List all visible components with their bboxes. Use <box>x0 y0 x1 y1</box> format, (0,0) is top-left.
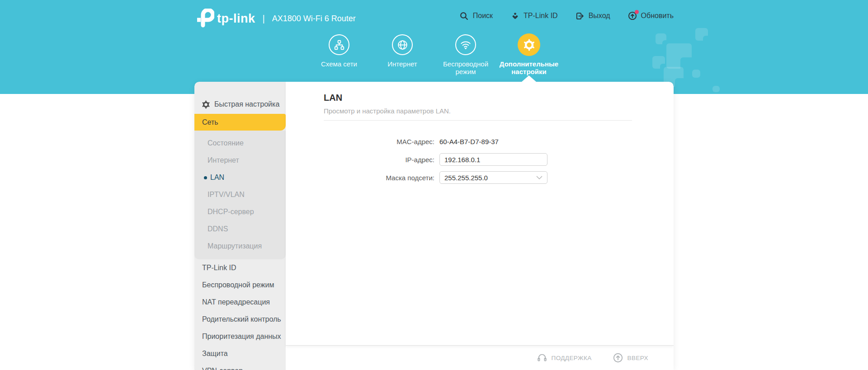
brand: tp-link | AX1800 Wi-Fi 6 Router <box>194 8 356 29</box>
support-label: ПОДДЕРЖКА <box>552 355 592 361</box>
top-menu: Поиск TP-Link ID Выход <box>459 11 674 21</box>
tplink-id-button[interactable]: TP-Link ID <box>510 11 558 21</box>
sidebar-item-parental-control[interactable]: Родительский контроль <box>194 311 286 328</box>
active-tab-pointer <box>522 75 536 82</box>
brand-separator: | <box>263 14 265 24</box>
chevron-down-icon <box>536 176 542 180</box>
sidebar-item-network[interactable]: Сеть <box>194 114 286 131</box>
sidebar-item-tplink-id[interactable]: TP-Link ID <box>194 259 286 276</box>
network-submenu: Состояние Интернет LAN IPTV/VLAN DHCP-се… <box>194 131 286 259</box>
logout-button[interactable]: Выход <box>575 11 610 21</box>
ip-label: IP-адрес: <box>286 156 434 164</box>
sidebar-item-qos[interactable]: Приоритезация данных <box>194 328 286 345</box>
back-to-top-button[interactable]: ВВЕРХ <box>613 352 648 363</box>
page-title: LAN <box>324 93 342 103</box>
tab-label: Интернет <box>387 60 417 68</box>
tab-label: Дополнительные настройки <box>497 60 561 75</box>
tab-advanced[interactable]: Дополнительные настройки <box>497 34 561 75</box>
submenu-item-status[interactable]: Состояние <box>194 135 286 152</box>
headset-icon <box>537 352 547 363</box>
mac-row: MAC-адрес: 60-A4-B7-D7-89-37 <box>286 135 674 148</box>
arrow-up-circle-icon <box>613 352 623 363</box>
submenu-item-lan-label: LAN <box>210 173 224 182</box>
footer: ПОДДЕРЖКА ВВЕРХ <box>286 346 674 370</box>
tplink-logo-icon <box>194 9 214 28</box>
search-label: Поиск <box>473 12 493 20</box>
update-button[interactable]: Обновить <box>627 11 674 21</box>
mask-label: Маска подсети: <box>286 174 434 182</box>
brand-model: AX1800 Wi-Fi 6 Router <box>272 14 356 23</box>
tplink-id-label: TP-Link ID <box>524 12 558 20</box>
back-to-top-label: ВВЕРХ <box>627 355 648 361</box>
tab-label: Схема сети <box>321 60 357 68</box>
submenu-item-dhcp[interactable]: DHCP-сервер <box>194 203 286 220</box>
submenu-item-internet[interactable]: Интернет <box>194 152 286 169</box>
top-header: tp-link | AX1800 Wi-Fi 6 Router Поиск TP… <box>0 0 868 94</box>
content-area: LAN Просмотр и настройка параметров LAN.… <box>286 82 674 346</box>
submenu-item-routing[interactable]: Маршрутизация <box>194 238 286 255</box>
active-bullet-icon <box>204 176 207 179</box>
quick-setup-label: Быстрая настройка <box>214 100 279 108</box>
tab-internet[interactable]: Интернет <box>371 34 434 75</box>
update-icon <box>627 11 637 21</box>
decor-pixel <box>692 70 700 78</box>
decor-pixel <box>712 86 720 92</box>
mac-label: MAC-адрес: <box>286 138 434 145</box>
subnet-mask-value: 255.255.255.0 <box>444 174 488 182</box>
quick-setup-gear-icon <box>202 100 210 109</box>
ip-row: IP-адрес: <box>286 153 674 166</box>
sidebar-item-security[interactable]: Защита <box>194 345 286 362</box>
divider <box>324 120 632 121</box>
main-panel: Быстрая настройка Сеть Состояние Интерне… <box>194 82 674 370</box>
sidebar-item-wireless[interactable]: Беспроводной режим <box>194 276 286 294</box>
internet-globe-icon <box>392 34 413 55</box>
ip-address-input[interactable] <box>439 153 547 166</box>
wireless-icon <box>455 34 476 55</box>
nav-tabs: Схема сети Интернет Беспроводной режим <box>307 34 561 75</box>
sidebar-item-quick-setup[interactable]: Быстрая настройка <box>194 97 286 112</box>
decor-pixel <box>652 56 665 69</box>
decor-pixel <box>695 28 708 41</box>
update-label: Обновить <box>641 12 674 20</box>
decor-pixel <box>666 43 692 69</box>
advanced-gear-icon <box>518 33 540 56</box>
sidebar-item-vpn-server[interactable]: VPN-сервер <box>194 362 286 370</box>
subnet-mask-select[interactable]: 255.255.255.0 <box>439 171 547 184</box>
sidebar: Быстрая настройка Сеть Состояние Интерне… <box>194 82 286 370</box>
mask-row: Маска подсети: 255.255.255.0 <box>286 171 674 184</box>
search-icon <box>459 11 469 21</box>
brand-wordmark: tp-link <box>217 12 255 26</box>
tab-label: Беспроводной режим <box>434 60 497 75</box>
page-subtitle: Просмотр и настройка параметров LAN. <box>324 107 451 115</box>
decor-pixel <box>656 33 666 44</box>
logout-icon <box>575 11 585 21</box>
update-badge <box>635 10 639 14</box>
submenu-item-lan[interactable]: LAN <box>194 169 286 186</box>
submenu-item-iptv-vlan[interactable]: IPTV/VLAN <box>194 186 286 203</box>
support-button[interactable]: ПОДДЕРЖКА <box>537 352 592 363</box>
lan-form: MAC-адрес: 60-A4-B7-D7-89-37 IP-адрес: М… <box>286 135 674 189</box>
network-map-icon <box>329 34 349 55</box>
submenu-item-ddns[interactable]: DDNS <box>194 220 286 238</box>
search-button[interactable]: Поиск <box>459 11 493 21</box>
mac-value: 60-A4-B7-D7-89-37 <box>439 138 499 145</box>
tab-network-map[interactable]: Схема сети <box>307 34 371 75</box>
tab-wireless[interactable]: Беспроводной режим <box>434 34 497 75</box>
logout-label: Выход <box>589 12 610 20</box>
tplink-id-icon <box>510 11 520 21</box>
sidebar-item-nat[interactable]: NAT переадресация <box>194 294 286 311</box>
